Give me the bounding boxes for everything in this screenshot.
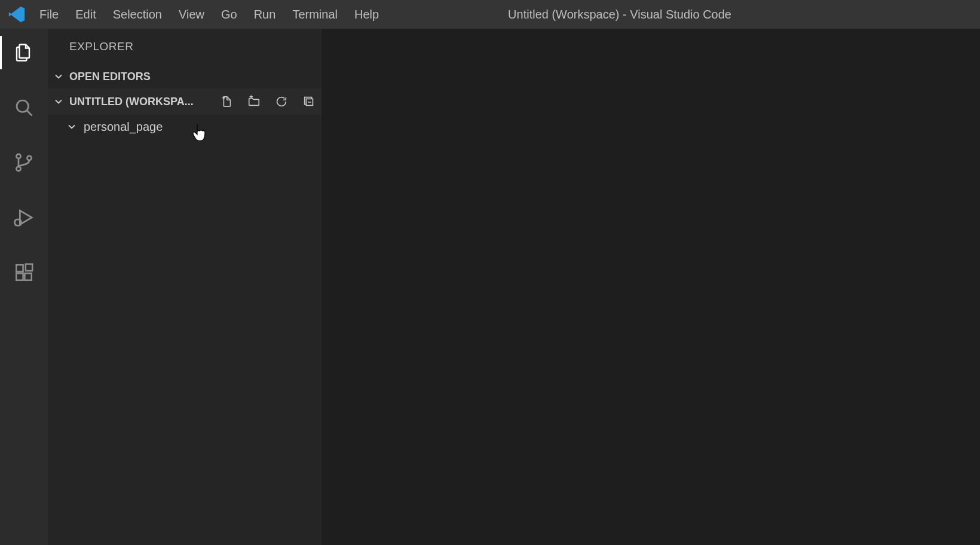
svg-line-9	[20, 224, 21, 225]
svg-line-1	[27, 111, 32, 115]
chevron-down-icon	[53, 71, 65, 82]
section-open-editors-label: OPEN EDITORS	[69, 71, 151, 83]
refresh-button[interactable]	[274, 94, 289, 109]
svg-point-3	[16, 167, 20, 171]
svg-rect-13	[26, 264, 32, 271]
svg-line-6	[15, 219, 16, 221]
new-file-button[interactable]	[219, 94, 234, 109]
svg-point-2	[16, 154, 20, 158]
files-icon	[13, 42, 35, 63]
svg-point-0	[17, 100, 29, 112]
debug-icon	[12, 206, 36, 229]
extensions-icon	[14, 262, 34, 283]
editor-area[interactable]	[321, 29, 980, 545]
collapse-all-button[interactable]	[301, 94, 317, 109]
svg-rect-11	[16, 273, 23, 280]
title-bar: File Edit Selection View Go Run Terminal…	[0, 0, 980, 29]
activity-source-control[interactable]	[10, 148, 38, 177]
new-folder-icon	[247, 95, 261, 108]
menu-edit[interactable]: Edit	[75, 8, 96, 22]
activity-bar	[0, 29, 48, 545]
refresh-icon	[275, 95, 288, 108]
svg-line-8	[20, 219, 21, 221]
git-branch-icon	[13, 152, 35, 173]
svg-point-4	[27, 156, 31, 160]
new-folder-button[interactable]	[246, 94, 262, 109]
activity-explorer[interactable]	[10, 38, 38, 67]
new-file-icon	[220, 95, 233, 108]
activity-extensions[interactable]	[10, 258, 38, 287]
window-title: Untitled (Workspace) - Visual Studio Cod…	[259, 8, 980, 22]
section-workspace-label: UNTITLED (WORKSPA...	[69, 96, 194, 108]
collapse-all-icon	[302, 95, 316, 108]
search-icon	[13, 97, 35, 118]
chevron-down-icon	[66, 121, 78, 133]
section-workspace[interactable]: UNTITLED (WORKSPA...	[48, 88, 321, 115]
menu-selection[interactable]: Selection	[113, 8, 162, 22]
svg-rect-12	[24, 273, 31, 280]
menu-file[interactable]: File	[39, 8, 59, 22]
svg-line-7	[15, 224, 16, 225]
activity-search[interactable]	[10, 93, 38, 122]
tree-folder-personal-page[interactable]: personal_page	[48, 115, 321, 139]
sidebar-explorer: EXPLORER OPEN EDITORS UNTITLED (WORKSPA.…	[48, 29, 321, 545]
activity-run-debug[interactable]	[10, 203, 38, 232]
tree-folder-label: personal_page	[84, 120, 163, 134]
section-open-editors[interactable]: OPEN EDITORS	[48, 65, 321, 88]
sidebar-title: EXPLORER	[48, 29, 321, 65]
chevron-down-icon	[53, 96, 65, 108]
svg-rect-10	[16, 265, 23, 271]
menu-go[interactable]: Go	[221, 8, 237, 22]
menu-view[interactable]: View	[179, 8, 204, 22]
vscode-logo-icon	[0, 5, 33, 23]
workspace-actions	[219, 94, 317, 109]
